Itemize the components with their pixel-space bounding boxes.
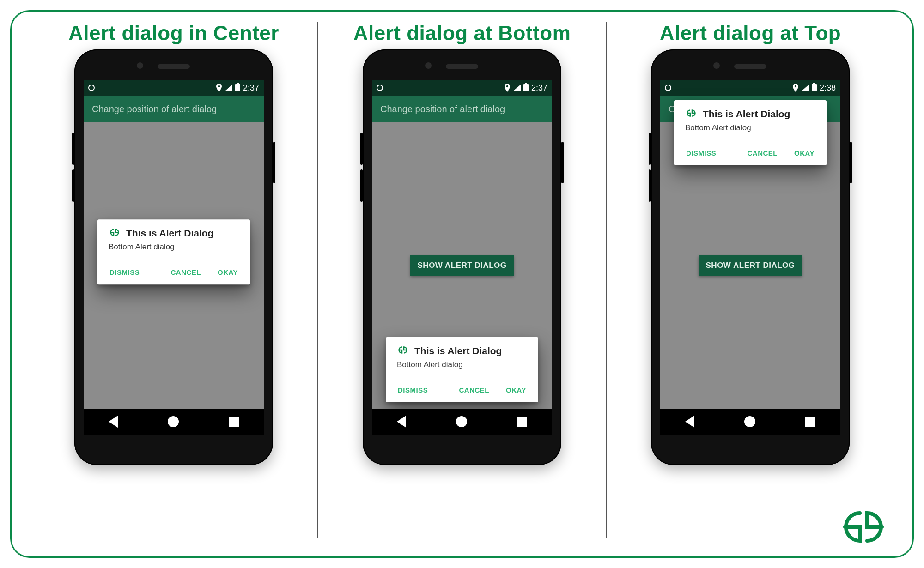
okay-button[interactable]: OKAY	[504, 382, 528, 398]
home-icon[interactable]	[168, 416, 179, 427]
volume-up-button	[72, 133, 74, 165]
app-bar-title: Change position of alert dialog	[92, 104, 217, 115]
battery-icon	[523, 84, 529, 91]
back-icon[interactable]	[397, 416, 406, 428]
phone-screen: 2:38 Change position of alert dialog SHO…	[660, 80, 840, 435]
power-button	[561, 142, 564, 183]
dialog-title: This is Alert Dialog	[703, 109, 790, 120]
okay-button[interactable]: OKAY	[216, 265, 240, 280]
notification-dot-icon	[665, 85, 671, 91]
app-bar-title: Change position of alert dialog	[380, 104, 505, 115]
status-bar: 2:38	[660, 80, 840, 96]
back-icon[interactable]	[109, 416, 118, 428]
dialog-message: Bottom Alert dialog	[397, 360, 528, 369]
alert-dialog: This is Alert Dialog Bottom Alert dialog…	[97, 219, 250, 284]
cancel-button[interactable]: CANCEL	[457, 382, 492, 398]
home-icon[interactable]	[744, 416, 755, 427]
gfg-icon	[396, 345, 410, 357]
gfg-icon	[684, 109, 698, 120]
dismiss-button[interactable]: DISMISS	[108, 265, 141, 280]
phone-screen: 2:37 Change position of alert dialog SHO…	[372, 80, 552, 435]
column-title-center: Alert dialog in Center	[68, 22, 279, 45]
dialog-message: Bottom Alert dialog	[685, 123, 816, 133]
system-nav-bar	[84, 409, 264, 435]
dialog-title: This is Alert Dialog	[414, 345, 502, 357]
column-bottom: Alert dialog at Bottom 2:37	[317, 22, 606, 538]
location-icon	[792, 84, 799, 92]
okay-button[interactable]: OKAY	[792, 145, 816, 161]
recents-icon[interactable]	[229, 417, 239, 427]
alert-dialog: This is Alert Dialog Bottom Alert dialog…	[674, 100, 827, 165]
volume-down-button	[72, 169, 74, 202]
location-icon	[504, 84, 511, 92]
status-time: 2:37	[531, 83, 547, 93]
phone-mockup: 2:37 Change position of alert dialog	[74, 49, 273, 465]
dialog-message: Bottom Alert dialog	[109, 242, 240, 252]
recents-icon[interactable]	[517, 417, 527, 427]
signal-icon	[802, 85, 809, 91]
status-bar: 2:37	[372, 80, 552, 96]
gfg-logo	[831, 508, 896, 548]
app-bar: Change position of alert dialog	[84, 96, 264, 122]
dialog-title: This is Alert Dialog	[126, 228, 213, 239]
cancel-button[interactable]: CANCEL	[746, 145, 780, 161]
battery-icon	[812, 84, 817, 91]
volume-down-button	[649, 169, 651, 202]
status-bar: 2:37	[84, 80, 264, 96]
dismiss-button[interactable]: DISMISS	[396, 382, 430, 398]
column-title-top: Alert dialog at Top	[660, 22, 841, 45]
notification-dot-icon	[377, 85, 383, 91]
recents-icon[interactable]	[805, 417, 815, 427]
comparison-frame: Alert dialog in Center 2:37	[10, 10, 914, 558]
volume-down-button	[360, 169, 363, 202]
volume-up-button	[649, 133, 651, 165]
volume-up-button	[360, 133, 363, 165]
phone-mockup: 2:38 Change position of alert dialog SHO…	[651, 49, 850, 465]
signal-icon	[225, 85, 232, 91]
status-time: 2:38	[820, 83, 836, 93]
power-button	[273, 142, 275, 183]
status-time: 2:37	[243, 83, 259, 93]
notification-dot-icon	[88, 85, 95, 91]
alert-dialog: This is Alert Dialog Bottom Alert dialog…	[386, 337, 538, 402]
dismiss-button[interactable]: DISMISS	[684, 145, 718, 161]
system-nav-bar	[660, 409, 840, 435]
phone-mockup: 2:37 Change position of alert dialog SHO…	[363, 49, 561, 465]
show-alert-dialog-button[interactable]: SHOW ALERT DIALOG	[410, 255, 514, 276]
gfg-icon	[108, 228, 122, 239]
app-body: SHOW ALERT DIALOG	[660, 122, 840, 409]
column-title-bottom: Alert dialog at Bottom	[353, 22, 571, 45]
signal-icon	[513, 85, 521, 91]
location-icon	[216, 84, 222, 92]
system-nav-bar	[372, 409, 552, 435]
home-icon[interactable]	[456, 416, 467, 427]
back-icon[interactable]	[685, 416, 694, 428]
show-alert-dialog-button[interactable]: SHOW ALERT DIALOG	[699, 255, 802, 276]
power-button	[850, 142, 852, 183]
phone-screen: 2:37 Change position of alert dialog	[84, 80, 264, 435]
cancel-button[interactable]: CANCEL	[169, 265, 203, 280]
column-top: Alert dialog at Top 2:38	[606, 22, 894, 538]
battery-icon	[235, 84, 240, 91]
app-bar: Change position of alert dialog	[372, 96, 552, 122]
column-center: Alert dialog in Center 2:37	[30, 22, 317, 538]
